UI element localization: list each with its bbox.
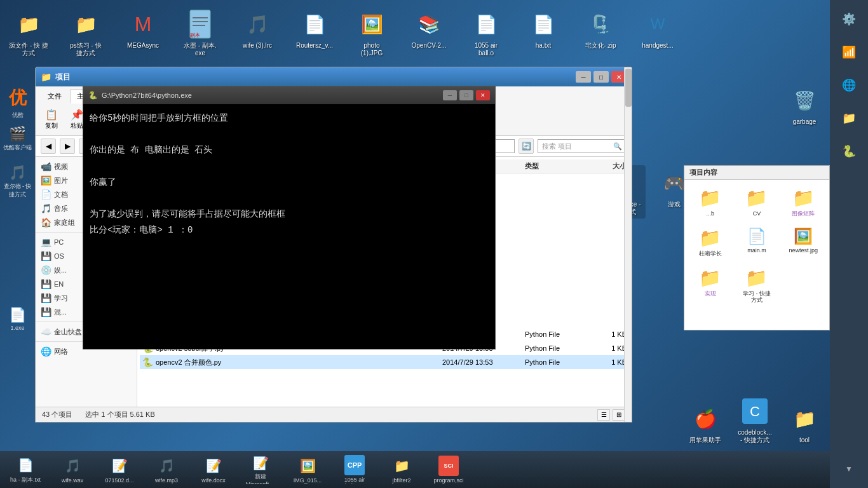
- icon-codeblocks[interactable]: C codeblock...- 快捷方式: [733, 393, 777, 447]
- icon-source-files[interactable]: 📁 源文件 - 快 捷方式: [6, 6, 51, 60]
- file-type-sobel: Python File: [525, 344, 588, 352]
- taskbar: 📄 ha - 副本.txt 🎵 wife.wav 📝 071502.d... 🎵…: [0, 451, 830, 488]
- icon-ha-txt[interactable]: 📄 ha.txt: [521, 6, 566, 52]
- icon-garbage[interactable]: 🗑️ garbage: [782, 83, 827, 128]
- desktop-icons-top: 📁 源文件 - 快 捷方式 📁 ps练习 - 快捷方式 M MEGAsync 副…: [6, 6, 680, 60]
- rs-browser-icon[interactable]: 🌐: [836, 72, 862, 98]
- tb-item-071502[interactable]: 📝 071502.d...: [97, 454, 142, 485]
- tb-airball-cpp-label: 1055 airball.cpp: [344, 477, 365, 484]
- rs-show-desktop-button[interactable]: ▼: [836, 456, 862, 482]
- tb-jbfilter2-icon: 📁: [391, 456, 412, 476]
- icon-tool[interactable]: 📁 tool: [782, 401, 827, 447]
- icon-ps-practice[interactable]: 📁 ps练习 - 快捷方式: [64, 6, 108, 60]
- tb-item-xinjian-ms[interactable]: 📝 新建Microsoft ...: [238, 454, 283, 485]
- tb-item-wife-mp3[interactable]: 🎵 wife.mp3: [144, 454, 189, 485]
- file-size-merge: 1 KB: [588, 358, 627, 366]
- python-console-window: 🐍 G:\Python27bit64\python.exe ─ □ ✕ 给你5秒…: [83, 86, 496, 349]
- rs-python-icon[interactable]: 🐍: [836, 139, 862, 164]
- console-line-5: 你赢了: [90, 175, 489, 191]
- tb-wife-mp3-label: wife.mp3: [155, 477, 178, 484]
- console-line-3: 你出的是 布 电脑出的是 石头: [90, 142, 489, 158]
- icon-appletool[interactable]: 🍎 用苹果助手: [683, 401, 728, 447]
- tb-xinjian-label: 新建Microsoft ...: [246, 473, 276, 484]
- file-date-merge: 2014/7/29 13:53: [442, 358, 525, 366]
- fp-item-realtime[interactable]: 📁 实现: [689, 265, 731, 307]
- right-sidebar: ⚙️ 📶 🌐 📁 🐍 ▼: [830, 0, 868, 488]
- file-list-scrollbar[interactable]: [624, 157, 632, 407]
- icon-megasync[interactable]: M MEGAsync: [121, 6, 165, 52]
- explorer-minimize-button[interactable]: ─: [576, 71, 591, 83]
- explorer-maximize-button[interactable]: □: [593, 71, 609, 83]
- python-file-icon-3: 🐍: [142, 357, 153, 367]
- youku-logo[interactable]: 优 优酷: [0, 83, 35, 123]
- tb-item-wav[interactable]: 🎵 wife.wav: [50, 454, 95, 485]
- icon-airball-o[interactable]: 📄 1055 airball.o: [464, 6, 508, 60]
- tb-ha-icon: 📄: [15, 455, 36, 475]
- console-maximize-button[interactable]: □: [459, 90, 473, 100]
- tb-item-airball-cpp[interactable]: CPP 1055 airball.cpp: [332, 454, 377, 485]
- fp-item-study-shortcut[interactable]: 📁 学习 - 快捷方式: [736, 265, 777, 307]
- rs-network-icon[interactable]: 📶: [836, 39, 862, 65]
- file-row-merge-color[interactable]: 🐍 opencv2 合并颜色.py 2014/7/29 13:53 Python…: [140, 355, 629, 369]
- file-type-laplase: Python File: [525, 330, 588, 338]
- youku-client[interactable]: 🎬 优酷客户端: [0, 123, 35, 155]
- view-grid-button[interactable]: ⊞: [613, 409, 625, 421]
- console-output: 给你5秒的时间把手放到方框的位置 你出的是 布 电脑出的是 石头 你赢了 为了减…: [83, 104, 495, 349]
- icon-photo[interactable]: 🖼️ photo(1).JPG: [349, 6, 394, 60]
- console-line-8: 比分<玩家：电脑> 1 ：0: [90, 222, 489, 238]
- console-close-button[interactable]: ✕: [476, 90, 490, 100]
- icon-homeculture-zip[interactable]: 🗜️ 宅文化-.zip: [578, 6, 623, 52]
- file-size-laplase: 1 KB: [588, 330, 627, 338]
- svg-text:C: C: [750, 403, 760, 419]
- tb-program-sci-icon: SCI: [438, 456, 459, 476]
- folder-panel-header: 项目内容: [684, 166, 829, 180]
- tb-item-jbfilter2[interactable]: 📁 jbfilter2: [379, 454, 424, 485]
- icon-wife-lrc[interactable]: 副本 水墨 - 副本.exe: [178, 6, 222, 60]
- tb-item-img015[interactable]: 🖼️ IMG_015...: [285, 454, 330, 485]
- tb-program-sci-label: program,sci: [433, 477, 463, 484]
- icon-routersz[interactable]: 📄 Routersz_v...: [292, 6, 337, 52]
- console-minimize-button[interactable]: ─: [443, 90, 457, 100]
- explorer-window-controls: ─ □ ✕: [576, 71, 627, 83]
- fp-item-image-matrix[interactable]: 📁 图像矩阵: [783, 185, 824, 220]
- tb-item-program-sci[interactable]: SCI program,sci: [426, 454, 471, 485]
- tb-item-ha-txt[interactable]: 📄 ha - 副本.txt: [3, 454, 48, 485]
- nav-forward-button[interactable]: ▶: [60, 139, 75, 154]
- ribbon-copy-button[interactable]: 📋 复制: [41, 106, 62, 133]
- status-selected: 选中 1 个项目 5.61 KB: [85, 410, 154, 419]
- fp-item-github[interactable]: 📁 ...b: [689, 185, 731, 220]
- console-title: G:\Python27bit64\python.exe: [102, 92, 192, 99]
- nav-refresh-button[interactable]: 🔄: [519, 139, 534, 154]
- tb-071502-icon: 📝: [109, 456, 130, 476]
- tab-file[interactable]: 文件: [41, 89, 69, 104]
- status-bar: 43 个项目 选中 1 个项目 5.61 KB ☰ ⊞: [36, 407, 632, 422]
- tb-wav-label: wife.wav: [62, 477, 84, 484]
- fp-item-dushexuzhang[interactable]: 📁 杜晰学长: [689, 225, 731, 260]
- explorer-title: 项目: [55, 72, 71, 83]
- file-size-sobel: 1 KB: [588, 344, 627, 352]
- nav-back-button[interactable]: ◀: [41, 139, 56, 154]
- search-placeholder: 搜索 项目: [542, 142, 572, 151]
- youku-panel: 优 优酷 🎬 优酷客户端 🎵 查尔德 - 快捷方式 📄 1.exe: [0, 83, 35, 334]
- icon-opencv[interactable]: 📚 OpenCV-2...: [407, 6, 451, 52]
- fp-item-cv[interactable]: 📁 CV: [736, 185, 777, 220]
- view-detail-button[interactable]: ☰: [597, 409, 610, 421]
- tb-jbfilter2-label: jbfilter2: [392, 477, 410, 484]
- search-box[interactable]: 搜索 项目 🔍: [538, 139, 627, 153]
- file-type-merge: Python File: [525, 358, 588, 366]
- svg-text:副本: 副本: [190, 32, 200, 38]
- tb-item-wife-docx[interactable]: 📝 wife.docx: [191, 454, 236, 485]
- desktop-icons-right: 🗑️ garbage: [782, 83, 827, 128]
- rs-settings-icon[interactable]: ⚙️: [836, 6, 862, 32]
- console-line-7: 为了减少误判，请尽可能将手占据尽可能大的框框: [90, 207, 489, 222]
- console-window-controls: ─ □ ✕: [443, 90, 490, 100]
- tb-airball-cpp-icon: CPP: [344, 455, 365, 475]
- fp-item-mainm[interactable]: 📄 main.m: [736, 225, 777, 260]
- console-titlebar: 🐍 G:\Python27bit64\python.exe ─ □ ✕: [83, 86, 495, 104]
- fp-item-newtestjpg[interactable]: 🖼️ newtest.jpg: [783, 225, 824, 260]
- rs-folder-icon[interactable]: 📁: [836, 105, 862, 131]
- sidebar-1-exe[interactable]: 📄 1.exe: [0, 304, 35, 334]
- icon-handgest[interactable]: W handgest...: [635, 6, 680, 52]
- icon-wife3-lrc[interactable]: 🎵 wife (3).lrc: [235, 6, 280, 52]
- sidebar-zhaerde[interactable]: 🎵 查尔德 - 快捷方式: [0, 161, 35, 202]
